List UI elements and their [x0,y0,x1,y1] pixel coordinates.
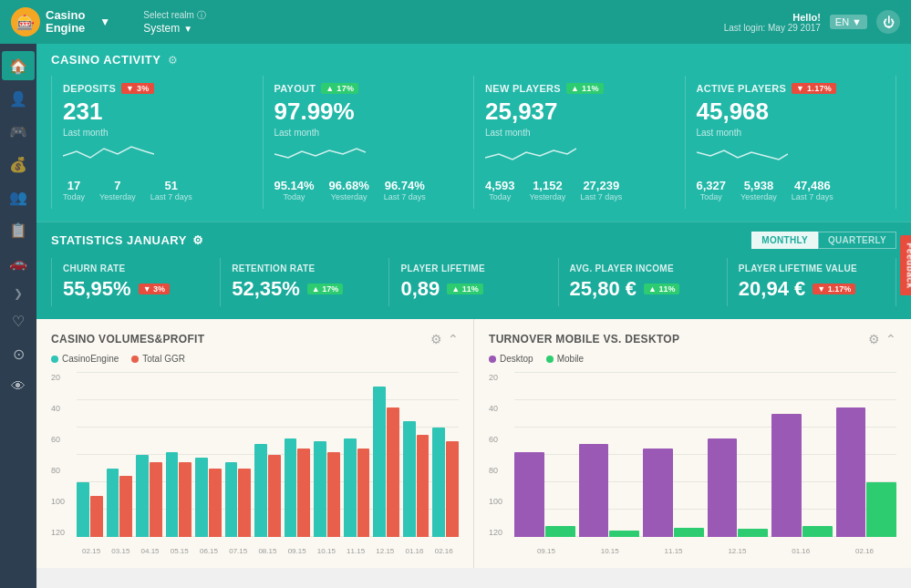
mobile-bar-group-4 [771,414,833,537]
teal-bar-10[interactable] [373,387,386,537]
green-bar-5[interactable] [866,482,896,537]
payout-label: PAYOUT ▲ 17% [274,83,463,94]
payout-sub: Last month [274,128,463,138]
sidebar-item-finance[interactable]: 💰 [2,150,35,179]
sidebar-item-view[interactable]: 👁 [2,372,35,401]
purple-bar-0[interactable] [514,452,544,537]
green-bar-4[interactable] [802,526,833,537]
player-lifetime-card: PLAYER LIFETIME 0,89 ▲ 11% [389,258,558,306]
active-players-sub: Last month [697,128,885,138]
quarterly-button[interactable]: QUARTERLY [818,232,896,249]
teal-bar-1[interactable] [107,469,119,537]
casino-activity-section: CASINO ACTIVITY ⚙ DEPOSITS ▼ 3% 231 Last… [36,44,911,222]
sidebar-item-users[interactable]: 👤 [2,84,35,113]
casino-activity-header: CASINO ACTIVITY ⚙ [51,53,896,67]
sidebar-item-favorites[interactable]: ♡ [2,306,35,335]
teal-bar-6[interactable] [254,444,267,537]
x-label: 10.15 [317,547,336,555]
payout-yesterday: 96.68% Yesterday [329,179,369,201]
orange-bar-6[interactable] [268,455,281,537]
sidebar-item-players[interactable]: 👥 [2,182,35,211]
logo: 🎰 Casino Engine [11,7,85,36]
teal-bar-11[interactable] [403,421,416,538]
green-bar-0[interactable] [545,526,575,537]
purple-bar-1[interactable] [579,444,609,537]
churn-rate-label: CHURN RATE [63,263,209,273]
avg-player-income-badge: ▲ 11% [644,284,679,294]
orange-bar-4[interactable] [209,469,222,537]
orange-bar-1[interactable] [119,476,132,538]
green-bar-3[interactable] [738,529,768,537]
mobile-chart-area: 120 100 80 60 40 20 [489,373,896,555]
purple-bar-2[interactable] [643,449,673,538]
churn-rate-card: CHURN RATE 55,95% ▼ 3% [52,258,221,306]
purple-bar-5[interactable] [836,407,866,538]
deposits-label: DEPOSITS ▼ 3% [63,83,252,94]
sidebar-item-settings[interactable]: ⊙ [2,339,35,368]
language-button[interactable]: EN ▼ [830,15,867,29]
sidebar-item-reports[interactable]: 📋 [2,215,35,244]
bar-group-10 [373,387,399,537]
orange-bar-10[interactable] [387,407,399,538]
logo-dropdown[interactable]: ▼ [99,15,110,28]
teal-bar-2[interactable] [136,455,149,537]
x-label: 03.15 [111,547,129,555]
orange-bar-0[interactable] [90,496,103,537]
monthly-button[interactable]: MONTHLY [751,232,818,249]
teal-bar-4[interactable] [195,458,208,537]
teal-bar-8[interactable] [314,441,326,537]
orange-bar-9[interactable] [357,449,370,538]
charts-section: CASINO VOLUMES&PROFIT ⚙ ⌃ CasinoEngine T… [36,319,911,568]
player-lifetime-value: 0,89 ▲ 11% [400,277,546,301]
logo-icon: 🎰 [11,7,40,36]
mobile-bars [514,373,896,537]
mobile-chart-controls: ⚙ ⌃ [868,332,896,346]
sidebar-expand[interactable]: ❯ [2,284,35,303]
teal-bar-0[interactable] [77,482,89,537]
teal-bar-3[interactable] [166,452,179,537]
metrics-row: DEPOSITS ▼ 3% 231 Last month 17 Today [51,76,896,209]
deposits-sub: Last month [63,128,252,138]
teal-bar-9[interactable] [344,438,357,537]
new-players-sparkline [485,138,576,170]
teal-bar-7[interactable] [285,438,297,537]
bar-group-11 [403,421,430,538]
green-bar-2[interactable] [674,528,704,538]
orange-bar-5[interactable] [238,469,251,537]
statistics-settings-icon[interactable]: ⚙ [192,233,204,247]
orange-bar-8[interactable] [327,452,340,537]
volumes-collapse-icon[interactable]: ⌃ [448,332,459,346]
x-label: 05.15 [171,547,189,555]
sidebar-item-dashboard[interactable]: 🏠 [2,51,35,80]
orange-bar-7[interactable] [297,449,310,538]
new-players-today: 4,593 Today [485,179,515,201]
orange-bar-3[interactable] [179,462,192,538]
active-players-sparkline [697,138,788,170]
mobile-settings-icon[interactable]: ⚙ [868,332,880,346]
sidebar-item-games[interactable]: 🎮 [2,117,35,146]
volumes-bars [77,373,459,537]
legend-mobile: Mobile [546,354,584,364]
green-bar-1[interactable] [609,531,639,538]
purple-bar-3[interactable] [708,438,738,537]
power-button[interactable]: ⏻ [876,10,900,34]
mobile-collapse-icon[interactable]: ⌃ [885,332,896,346]
churn-rate-badge: ▼ 3% [139,284,170,294]
purple-bar-4[interactable] [771,414,802,537]
payout-sparkline [274,138,366,170]
orange-bar-11[interactable] [417,435,430,538]
teal-bar-5[interactable] [225,462,238,538]
feedback-tab[interactable]: Feedback [899,235,911,295]
casino-activity-settings-icon[interactable]: ⚙ [168,54,178,67]
orange-bar-2[interactable] [150,462,162,538]
active-players-card: ACTIVE PLAYERS ▼ 1.17% 45,968 Last month… [686,76,897,209]
orange-bar-12[interactable] [446,441,459,537]
avg-player-income-label: AVG. PLAYER INCOME [570,263,716,273]
volumes-settings-icon[interactable]: ⚙ [430,332,442,346]
payout-today: 95.14% Today [274,179,315,201]
teal-bar-12[interactable] [432,428,445,537]
mobile-x-labels: 09.1510.1511.1512.1501.1602.16 [514,547,896,555]
new-players-label: NEW PLAYERS ▲ 11% [485,83,674,94]
sidebar-item-transport[interactable]: 🚗 [2,248,35,277]
realm-selector: Select realm ⓘ System ▼ [143,9,205,35]
